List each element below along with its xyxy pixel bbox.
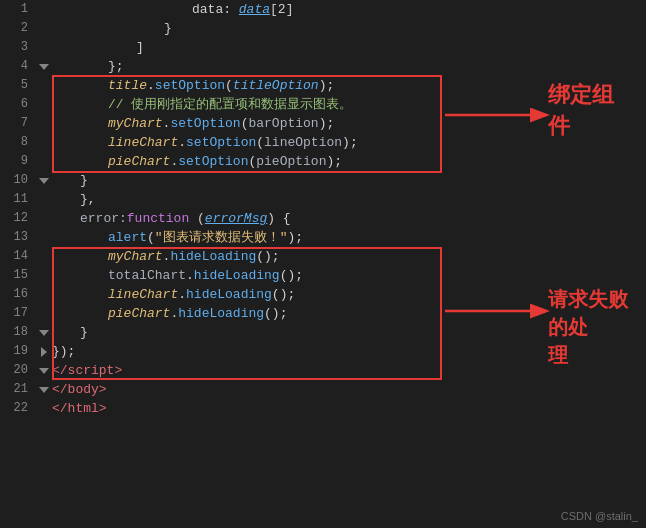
line-number-1: 1 xyxy=(0,0,36,19)
fold-icon-20[interactable] xyxy=(36,368,52,374)
line-21: 21</body> xyxy=(0,380,646,399)
code-content-12: error:function (errorMsg) { xyxy=(52,209,646,228)
code-content-4: }; xyxy=(52,57,646,76)
fold-icon-21[interactable] xyxy=(36,387,52,393)
code-content-11: }, xyxy=(52,190,646,209)
label-binding: 绑定组件 xyxy=(548,80,614,142)
line-number-11: 11 xyxy=(0,190,36,209)
line-15: 15totalChart.hideLoading(); xyxy=(0,266,646,285)
line-number-6: 6 xyxy=(0,95,36,114)
line-number-2: 2 xyxy=(0,19,36,38)
code-content-15: totalChart.hideLoading(); xyxy=(52,266,646,285)
line-number-20: 20 xyxy=(0,361,36,380)
code-content-22: </html> xyxy=(52,399,646,418)
label-error: 请求失败的处理 xyxy=(548,285,646,369)
line-number-15: 15 xyxy=(0,266,36,285)
code-content-1: data: data[2] xyxy=(52,0,646,19)
fold-icon-10[interactable] xyxy=(36,178,52,184)
fold-icon-4[interactable] xyxy=(36,64,52,70)
line-13: 13alert("图表请求数据失败！"); xyxy=(0,228,646,247)
fold-icon-18[interactable] xyxy=(36,330,52,336)
code-content-2: } xyxy=(52,19,646,38)
line-number-8: 8 xyxy=(0,133,36,152)
line-number-12: 12 xyxy=(0,209,36,228)
code-content-10: } xyxy=(52,171,646,190)
line-number-22: 22 xyxy=(0,399,36,418)
line-number-10: 10 xyxy=(0,171,36,190)
line-number-4: 4 xyxy=(0,57,36,76)
line-11: 11}, xyxy=(0,190,646,209)
code-content-9: pieChart.setOption(pieOption); xyxy=(52,152,646,171)
code-content-3: ] xyxy=(52,38,646,57)
line-1: 1data: data[2] xyxy=(0,0,646,19)
line-number-18: 18 xyxy=(0,323,36,342)
line-2: 2} xyxy=(0,19,646,38)
line-14: 14myChart.hideLoading(); xyxy=(0,247,646,266)
line-4: 4}; xyxy=(0,57,646,76)
line-12: 12error:function (errorMsg) { xyxy=(0,209,646,228)
code-content-13: alert("图表请求数据失败！"); xyxy=(52,228,646,247)
code-content-14: myChart.hideLoading(); xyxy=(52,247,646,266)
line-9: 9pieChart.setOption(pieOption); xyxy=(0,152,646,171)
line-number-13: 13 xyxy=(0,228,36,247)
fold-icon-19[interactable] xyxy=(36,347,52,357)
line-number-17: 17 xyxy=(0,304,36,323)
line-number-14: 14 xyxy=(0,247,36,266)
line-number-21: 21 xyxy=(0,380,36,399)
line-number-3: 3 xyxy=(0,38,36,57)
line-number-16: 16 xyxy=(0,285,36,304)
code-content-21: </body> xyxy=(52,380,646,399)
line-10: 10} xyxy=(0,171,646,190)
line-number-5: 5 xyxy=(0,76,36,95)
line-number-7: 7 xyxy=(0,114,36,133)
line-3: 3] xyxy=(0,38,646,57)
line-number-9: 9 xyxy=(0,152,36,171)
watermark: CSDN @stalin_ xyxy=(561,510,638,522)
line-number-19: 19 xyxy=(0,342,36,361)
line-22: 22</html> xyxy=(0,399,646,418)
